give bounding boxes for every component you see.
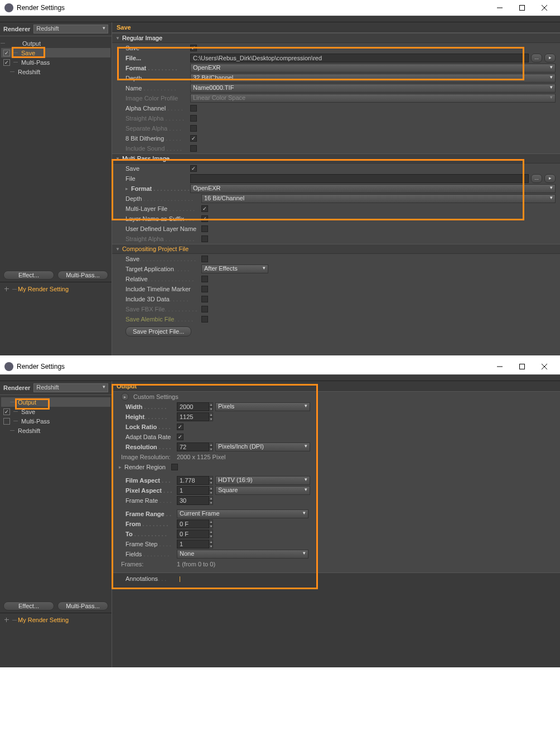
- sidebar-item-multipass[interactable]: Multi-Pass: [1, 416, 110, 426]
- svg-rect-5: [520, 364, 525, 369]
- multipass-button[interactable]: Multi-Pass...: [57, 602, 108, 610]
- pixel-aspect-input[interactable]: [177, 486, 209, 495]
- comp-save-checkbox[interactable]: [201, 256, 208, 262]
- resolution-unit-dropdown[interactable]: Pixels/Inch (DPI): [215, 442, 310, 451]
- svg-rect-1: [520, 6, 525, 11]
- effect-button[interactable]: Effect...: [3, 602, 54, 610]
- sidebar-item-output[interactable]: Output: [1, 39, 110, 48]
- user-layer-name-checkbox[interactable]: [201, 225, 208, 232]
- multilayer-checkbox[interactable]: [201, 205, 208, 212]
- from-spinner[interactable]: ▴▾: [209, 519, 213, 528]
- height-input[interactable]: [177, 412, 209, 421]
- width-input[interactable]: [177, 402, 209, 411]
- film-aspect-dropdown[interactable]: HDTV (16:9): [215, 476, 310, 485]
- mp-depth-dropdown[interactable]: 16 Bit/Channel: [201, 194, 556, 203]
- dithering-checkbox[interactable]: [190, 135, 197, 142]
- section-multipass-image[interactable]: ▼Multi-Pass Image: [112, 153, 560, 163]
- resolution-spinner[interactable]: ▴▾: [209, 442, 213, 451]
- path-menu-button[interactable]: [544, 54, 556, 62]
- close-button[interactable]: [533, 359, 556, 374]
- lock-ratio-checkbox[interactable]: [177, 424, 184, 430]
- mp-straight-alpha-checkbox: [201, 235, 208, 242]
- mp-browse-button[interactable]: ...: [531, 174, 542, 183]
- multipass-button[interactable]: Multi-Pass...: [57, 271, 108, 280]
- frame-rate-input[interactable]: [177, 496, 209, 505]
- render-settings-window-save: Render Settings Renderer Redshift Output…: [0, 0, 560, 355]
- save-checkbox[interactable]: [3, 50, 10, 56]
- sidebar-item-output[interactable]: Output: [1, 397, 110, 407]
- straight-alpha-checkbox: [190, 115, 197, 122]
- to-spinner[interactable]: ▴▾: [209, 530, 213, 538]
- target-app-dropdown[interactable]: After Effects: [201, 264, 268, 273]
- fields-dropdown[interactable]: None: [177, 550, 308, 559]
- minimize-button[interactable]: [489, 359, 511, 374]
- film-aspect-input[interactable]: [177, 476, 209, 485]
- mp-format-dropdown[interactable]: OpenEXR: [190, 184, 556, 193]
- effect-button[interactable]: Effect...: [3, 271, 54, 280]
- frame-rate-spinner[interactable]: ▴▾: [209, 496, 213, 505]
- frame-step-input[interactable]: [177, 540, 209, 548]
- titlebar[interactable]: Render Settings: [0, 359, 560, 374]
- color-profile-dropdown[interactable]: Linear Color Space: [190, 94, 556, 103]
- from-input[interactable]: [177, 519, 209, 528]
- sidebar-item-multipass[interactable]: Multi-Pass: [1, 57, 110, 67]
- format-dropdown[interactable]: OpenEXR: [190, 64, 556, 73]
- save-checkbox[interactable]: [3, 408, 10, 415]
- section-compositing[interactable]: ▼Compositing Project File: [112, 244, 560, 254]
- save-project-file-button[interactable]: Save Project File...: [125, 326, 191, 336]
- preset-my-render-setting[interactable]: My Render Setting: [0, 283, 112, 295]
- maximize-button[interactable]: [511, 0, 533, 16]
- relative-checkbox[interactable]: [201, 276, 208, 282]
- sidebar-item-redshift[interactable]: Redshift: [1, 67, 110, 76]
- width-unit-dropdown[interactable]: Pixels: [215, 402, 310, 411]
- sidebar-item-redshift[interactable]: Redshift: [1, 426, 110, 435]
- main-panel-save: Save ▼Regular Image Save File... ... For…: [112, 22, 560, 355]
- region-expand-icon[interactable]: ▸: [119, 464, 124, 470]
- browse-button[interactable]: ...: [531, 54, 542, 62]
- include-sound-checkbox: [190, 145, 197, 152]
- depth-dropdown[interactable]: 32 Bit/Channel: [190, 74, 556, 83]
- preset-my-render-setting[interactable]: My Render Setting: [0, 614, 112, 625]
- file-path-input[interactable]: [190, 54, 529, 62]
- preset-menu-button[interactable]: [121, 393, 129, 401]
- minimize-button[interactable]: [489, 0, 511, 16]
- width-spinner[interactable]: ▴▾: [209, 402, 213, 411]
- frame-range-dropdown[interactable]: Current Frame: [177, 509, 308, 518]
- adapt-data-rate-checkbox[interactable]: [177, 434, 184, 440]
- film-aspect-spinner[interactable]: ▴▾: [209, 476, 213, 485]
- file-button[interactable]: File...: [125, 55, 190, 61]
- multipass-checkbox[interactable]: [3, 59, 10, 66]
- format-expand-icon[interactable]: ▸: [125, 186, 131, 191]
- grip-row: [0, 374, 560, 381]
- mp-file-input[interactable]: [190, 174, 529, 183]
- name-dropdown[interactable]: Name0000.TIF: [190, 84, 556, 93]
- sidebar-item-save[interactable]: Save: [1, 48, 110, 57]
- sidebar: Renderer Redshift Output Save Multi-Pass: [0, 22, 112, 355]
- layer-suffix-checkbox[interactable]: [201, 215, 208, 222]
- mp-path-menu-button[interactable]: [544, 174, 556, 183]
- alpha-channel-checkbox[interactable]: [190, 105, 197, 112]
- save-fbx-checkbox: [201, 306, 208, 312]
- include-3d-checkbox[interactable]: [201, 296, 208, 302]
- pixel-aspect-dropdown[interactable]: Square: [215, 486, 310, 495]
- renderer-label: Renderer: [3, 384, 30, 391]
- main-panel-output: Output Custom Settings Width . . . . . .…: [112, 381, 560, 667]
- renderer-select[interactable]: Redshift: [33, 383, 108, 392]
- timeline-marker-checkbox[interactable]: [201, 286, 208, 292]
- close-button[interactable]: [533, 0, 556, 16]
- titlebar[interactable]: Render Settings: [0, 0, 560, 16]
- section-regular-image[interactable]: ▼Regular Image: [112, 33, 560, 43]
- multipass-checkbox[interactable]: [3, 418, 10, 425]
- pixel-aspect-spinner[interactable]: ▴▾: [209, 486, 213, 495]
- to-input[interactable]: [177, 530, 209, 538]
- regular-save-checkbox[interactable]: [190, 45, 197, 51]
- render-region-checkbox[interactable]: [171, 464, 178, 470]
- sidebar-item-save[interactable]: Save: [1, 407, 110, 416]
- window-title: Render Settings: [17, 363, 65, 371]
- frame-step-spinner[interactable]: ▴▾: [209, 540, 213, 548]
- mp-save-checkbox[interactable]: [190, 165, 197, 172]
- maximize-button[interactable]: [511, 359, 533, 374]
- renderer-select[interactable]: Redshift: [33, 25, 108, 33]
- height-spinner[interactable]: ▴▾: [209, 412, 213, 421]
- resolution-input[interactable]: [177, 442, 209, 451]
